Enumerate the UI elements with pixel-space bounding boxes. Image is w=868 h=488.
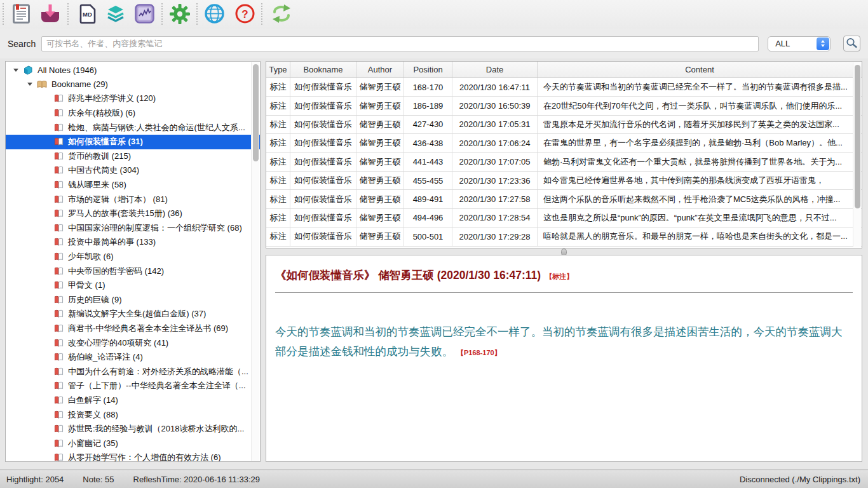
search-scope-value: ALL: [775, 39, 790, 48]
book-tree: All Notes (1946) Bookname (29): [6, 62, 260, 462]
tree-item-book[interactable]: 投资要义 (88): [6, 407, 260, 422]
tree-item-book[interactable]: 货币的教训 (215): [6, 149, 260, 164]
notes-table-panel: Type Bookname Author Position Date Conte…: [266, 61, 862, 248]
cell-position: 489-491: [404, 190, 452, 208]
tree-item-book[interactable]: 钱从哪里来 (58): [6, 178, 260, 193]
book-icon: [54, 439, 64, 448]
table-row[interactable]: 标注 如何假装懂音乐 储智勇王硕 500-501 2020/1/30 17:29…: [266, 227, 862, 246]
table-row[interactable]: 标注 如何假装懂音乐 储智勇王硕 168-170 2020/1/30 16:47…: [266, 78, 862, 97]
tree-item-book[interactable]: 甲骨文 (1): [6, 278, 260, 293]
cell-content: 今天的节奏蓝调和当初的节奏蓝调已经完全不一样了。当初的节奏蓝调有很多是描...: [538, 78, 862, 96]
status-highlight-count: Hightlight: 2054: [6, 475, 64, 484]
note-type-tag: 【标注】: [545, 273, 573, 280]
table-row[interactable]: 标注 如何假装懂音乐 储智勇王硕 427-430 2020/1/30 17:05…: [266, 116, 862, 134]
cell-author: 储智勇王硕: [356, 134, 404, 152]
tree-item-book[interactable]: 枪炮、病菌与钢铁:人类社会的命运(世纪人文系...: [6, 120, 260, 135]
tree-item-book[interactable]: 中国古代简史 (304): [6, 163, 260, 178]
tree-item-book[interactable]: 投资中最简单的事 (133): [6, 235, 260, 250]
tree-item-book[interactable]: 历史的巨镜 (9): [6, 293, 260, 308]
search-go-button[interactable]: [843, 36, 860, 51]
cell-date: 2020/1/30 16:47:11: [452, 78, 538, 96]
cell-date: 2020/1/30 17:27:58: [452, 190, 538, 208]
column-header-author[interactable]: Author: [356, 62, 404, 78]
statistics-button[interactable]: [132, 2, 157, 27]
cell-type: 标注: [266, 227, 290, 245]
cell-type: 标注: [266, 153, 290, 171]
sync-button[interactable]: [269, 2, 294, 27]
sidebar-scrollbar-thumb[interactable]: [253, 64, 259, 161]
tree-item-book[interactable]: 小窗幽记 (35): [6, 436, 260, 451]
table-row[interactable]: 标注 如何假装懂音乐 储智勇王硕 436-438 2020/1/30 17:06…: [266, 134, 862, 152]
table-scrollbar[interactable]: [853, 62, 861, 247]
tree-item-label: 投资中最简单的事 (133): [68, 236, 156, 248]
book-icon: [54, 339, 64, 348]
tree-item-book[interactable]: 新编说文解字大全集(超值白金版) (37): [6, 307, 260, 322]
table-row[interactable]: 标注 如何假装懂音乐 储智勇王硕 186-189 2020/1/30 16:50…: [266, 97, 862, 115]
sidebar-scrollbar[interactable]: [251, 62, 259, 461]
tree-item-label: 杨伯峻_论语译注 (4): [68, 351, 143, 363]
tree-item-book[interactable]: 白鱼解字 (14): [6, 393, 260, 408]
sync-refresh-icon: [270, 4, 293, 25]
table-row[interactable]: 标注 如何假装懂音乐 储智勇王硕 441-443 2020/1/30 17:07…: [266, 153, 862, 172]
svg-text:MD: MD: [83, 11, 92, 18]
book-icon: [54, 367, 64, 376]
tree-item-book[interactable]: 市场的逻辑（增订本） (81): [6, 192, 260, 207]
tree-item-bookname[interactable]: Bookname (29): [6, 78, 260, 92]
markdown-export-button[interactable]: MD: [74, 2, 100, 27]
book-icon: [54, 267, 64, 276]
tree-item-book[interactable]: 改变心理学的40项研究 (41): [6, 336, 260, 350]
table-row[interactable]: 标注 如何假装懂音乐 储智勇王硕 489-491 2020/1/30 17:27…: [266, 190, 862, 208]
book-icon: [54, 424, 64, 433]
cell-bookname: 如何假装懂音乐: [290, 116, 356, 133]
cell-position: 455-455: [404, 172, 452, 189]
column-header-date[interactable]: Date: [452, 62, 538, 78]
column-header-type[interactable]: Type: [266, 62, 290, 78]
tree-item-book[interactable]: 从零开始学写作：个人增值的有效方法 (6): [6, 451, 260, 462]
tree-item-book[interactable]: 管子（上下册）--中华经典名著全本全注全译（...: [6, 379, 260, 393]
tree-item-book[interactable]: 中央帝国的哲学密码 (142): [6, 264, 260, 278]
column-header-bookname[interactable]: Bookname: [290, 62, 356, 78]
search-scope-select[interactable]: ALL: [768, 36, 831, 51]
tree-item-book[interactable]: 杨伯峻_论语译注 (4): [6, 350, 260, 365]
search-input[interactable]: [41, 36, 759, 51]
tree-item-label: 少年凯歌 (6): [68, 251, 114, 262]
cell-author: 储智勇王硕: [356, 78, 404, 96]
tree-item-book[interactable]: 少年凯歌 (6): [6, 250, 260, 264]
tree-item-all-notes[interactable]: All Notes (1946): [6, 63, 260, 78]
import-clippings-button[interactable]: [37, 2, 63, 27]
disclosure-triangle-icon[interactable]: [13, 69, 18, 72]
help-button[interactable]: ?: [232, 2, 257, 27]
book-icon: [54, 123, 64, 132]
settings-button[interactable]: [167, 2, 193, 27]
disclosure-triangle-icon[interactable]: [27, 83, 32, 86]
table-scrollbar-thumb[interactable]: [855, 65, 860, 208]
book-icon: [54, 410, 64, 419]
tree-item-book[interactable]: 罗马人的故事(套装共15册) (36): [6, 207, 260, 221]
cell-bookname: 如何假装懂音乐: [290, 172, 356, 189]
cell-position: 168-170: [404, 78, 452, 96]
tree-item-label: 商君书-中华经典名著全本全注全译丛书 (69): [68, 323, 228, 334]
notes-document-button[interactable]: [8, 2, 34, 27]
cell-position: 500-501: [404, 227, 452, 245]
import-download-icon: [40, 4, 60, 25]
column-header-position[interactable]: Position: [404, 62, 452, 78]
tree-item-book[interactable]: 中国国家治理的制度逻辑：一个组织学研究 (68): [6, 221, 260, 236]
tree-item-book[interactable]: 薛兆丰经济学讲义 (120): [6, 92, 260, 106]
tree-item-book[interactable]: 庆余年(精校版) (6): [6, 106, 260, 121]
toolbar-separator: [67, 3, 69, 25]
tree-item-book[interactable]: 苏世民:我的经验与教训（2018读桥水达利欧的...: [6, 422, 260, 437]
tree-item-book[interactable]: 中国为什么有前途：对外经济关系的战略潜能（...: [6, 364, 260, 379]
tree-item-label: 甲骨文 (1): [68, 280, 105, 291]
settings-gear-icon: [169, 3, 191, 27]
table-row[interactable]: 标注 如何假装懂音乐 储智勇王硕 494-496 2020/1/30 17:28…: [266, 209, 862, 227]
tree-item-label: 改变心理学的40项研究 (41): [68, 337, 168, 349]
tree-item-book[interactable]: 如何假装懂音乐 (31): [6, 135, 260, 149]
toolbar-separator: [196, 3, 198, 25]
cell-type: 标注: [266, 209, 290, 227]
column-header-content[interactable]: Content: [538, 62, 862, 78]
tree-item-book[interactable]: 商君书-中华经典名著全本全注全译丛书 (69): [6, 322, 260, 336]
website-button[interactable]: [201, 2, 227, 27]
cell-author: 储智勇王硕: [356, 227, 404, 245]
table-row[interactable]: 标注 如何假装懂音乐 储智勇王硕 455-455 2020/1/30 17:23…: [266, 172, 862, 190]
layers-button[interactable]: [103, 2, 128, 27]
